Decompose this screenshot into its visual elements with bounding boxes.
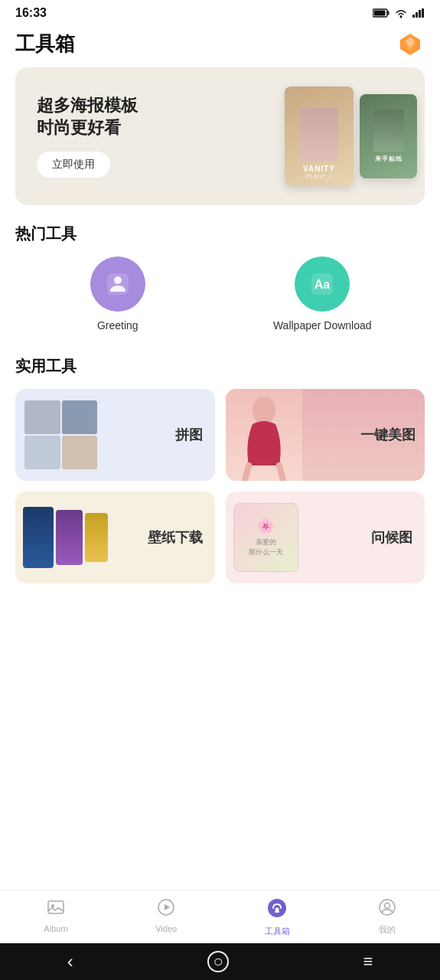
util-beauty[interactable]: 一键美图 <box>226 389 425 481</box>
hot-tools-section-title: 热门工具 <box>0 224 440 256</box>
status-icons <box>373 8 425 18</box>
nav-album[interactable]: Album <box>44 898 67 937</box>
wifi-icon <box>394 8 408 18</box>
util-greeting-card[interactable]: 🌸 亲爱的那什么一天 问候图 <box>226 492 425 583</box>
svg-rect-18 <box>48 901 64 913</box>
banner-title: 超多海报模板时尚更好看 <box>37 95 425 139</box>
svg-point-12 <box>114 276 122 284</box>
bottom-nav: Album Video 工具箱 <box>0 890 440 943</box>
banner-text-area: 超多海报模板时尚更好看 立即使用 <box>15 80 425 192</box>
nav-mine[interactable]: 我的 <box>378 898 396 937</box>
hot-tools-list: Greeting Aa Wallpaper Download <box>0 256 440 356</box>
tool-wallpaper-download[interactable]: Aa Wallpaper Download <box>220 256 425 332</box>
toolbox-nav-icon <box>267 898 287 923</box>
beauty-label: 一键美图 <box>360 426 416 444</box>
svg-rect-1 <box>388 11 389 15</box>
collage-label: 拼图 <box>175 426 203 444</box>
wallpaper-icon-circle: Aa <box>295 256 350 312</box>
album-icon-svg <box>47 898 65 916</box>
video-icon-svg <box>157 898 175 916</box>
wallpaper-img-3 <box>85 513 108 562</box>
svg-line-17 <box>279 466 283 481</box>
svg-rect-7 <box>422 8 424 18</box>
nav-toolbox[interactable]: 工具箱 <box>265 898 290 937</box>
collage-preview <box>24 400 97 469</box>
useful-tools-section-title: 实用工具 <box>0 356 440 389</box>
nav-toolbox-label: 工具箱 <box>265 926 290 937</box>
nav-video[interactable]: Video <box>155 898 177 937</box>
greeting-card-preview: 🌸 亲爱的那什么一天 <box>233 503 298 572</box>
greeting-card-label: 问候图 <box>371 528 412 547</box>
header: 工具箱 <box>0 23 440 67</box>
tool-wallpaper-download-label: Wallpaper Download <box>273 319 372 332</box>
svg-rect-2 <box>374 11 386 16</box>
app-logo-icon <box>396 29 425 58</box>
banner: 超多海报模板时尚更好看 立即使用 VANITY PLANT_1 亲手贴纸 <box>15 67 425 205</box>
svg-line-16 <box>245 466 249 481</box>
sys-menu-button[interactable]: ≡ <box>363 952 373 972</box>
tool-greeting[interactable]: Greeting <box>15 256 220 332</box>
greeting-icon-circle <box>90 256 145 312</box>
nav-mine-label: 我的 <box>379 924 396 936</box>
page-title: 工具箱 <box>15 31 75 57</box>
useful-tools-grid: 拼图 一键美图 壁纸下载 🌸 亲爱的那什 <box>0 389 440 608</box>
wallpaper-svg-icon: Aa <box>308 270 336 298</box>
signal-icon <box>412 8 425 18</box>
nav-video-label: Video <box>155 924 177 933</box>
banner-use-button[interactable]: 立即使用 <box>37 152 110 178</box>
util-collage[interactable]: 拼图 <box>15 389 215 481</box>
wallpaper-img-2 <box>56 510 83 565</box>
nav-album-label: Album <box>44 924 67 933</box>
greeting-svg-icon <box>104 270 132 298</box>
svg-point-23 <box>275 908 279 912</box>
wallpaper-preview <box>23 507 108 568</box>
mine-nav-icon <box>378 898 396 921</box>
svg-point-15 <box>253 397 275 424</box>
video-nav-icon <box>157 898 175 921</box>
sys-back-button[interactable]: ‹ <box>67 951 73 972</box>
svg-point-26 <box>384 903 389 909</box>
svg-point-3 <box>400 16 403 18</box>
util-wallpaper[interactable]: 壁纸下载 <box>15 492 215 583</box>
svg-rect-6 <box>419 10 421 18</box>
wallpaper-img-1 <box>23 507 54 568</box>
toolbox-icon-svg <box>267 898 287 918</box>
collage-cell-2 <box>62 400 98 434</box>
mine-icon-svg <box>378 898 396 916</box>
collage-cell-3 <box>24 436 60 469</box>
beauty-figure-icon <box>237 397 291 481</box>
status-bar: 16:33 <box>0 0 440 23</box>
svg-marker-21 <box>165 904 170 910</box>
collage-cell-4 <box>62 436 98 469</box>
tool-greeting-label: Greeting <box>97 319 139 332</box>
sys-home-button[interactable]: ○ <box>207 951 229 972</box>
wallpaper-label: 壁纸下载 <box>148 528 203 547</box>
svg-text:Aa: Aa <box>315 278 331 291</box>
svg-rect-4 <box>412 15 415 18</box>
collage-cell-1 <box>24 400 60 434</box>
svg-rect-5 <box>416 12 418 18</box>
battery-icon <box>373 8 389 18</box>
svg-rect-24 <box>275 911 279 913</box>
status-time: 16:33 <box>15 6 47 20</box>
album-nav-icon <box>47 898 65 921</box>
system-nav-bar: ‹ ○ ≡ <box>0 943 440 980</box>
